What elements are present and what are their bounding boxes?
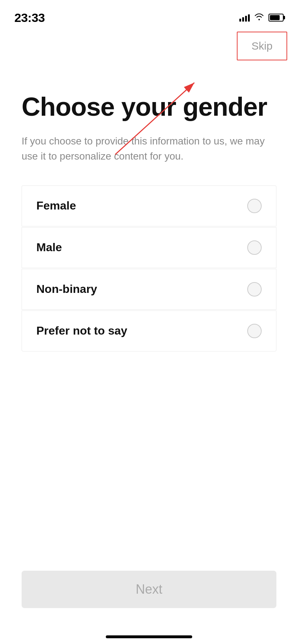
signal-icon [239,14,250,22]
page-title: Choose your gender [22,93,276,121]
page-subtitle: If you choose to provide this informatio… [22,134,276,164]
option-female-radio[interactable] [247,199,262,213]
skip-label: Skip [252,40,272,52]
option-prefer-not-radio[interactable] [247,324,262,338]
option-nonbinary-radio[interactable] [247,282,262,296]
status-time: 23:33 [14,11,45,25]
status-bar: 23:33 [0,0,298,29]
option-prefer-not-label: Prefer not to say [36,324,127,337]
option-male-radio[interactable] [247,240,262,255]
battery-icon [268,14,284,22]
option-male-label: Male [36,241,62,254]
option-nonbinary[interactable]: Non-binary [22,269,276,310]
status-icons [239,13,284,23]
wifi-icon [254,13,264,23]
option-prefer-not[interactable]: Prefer not to say [22,310,276,351]
options-list: Female Male Non-binary Prefer not to say [22,185,276,351]
option-female-label: Female [36,199,76,212]
next-label: Next [136,582,162,597]
option-nonbinary-label: Non-binary [36,282,97,296]
option-male[interactable]: Male [22,227,276,268]
next-button[interactable]: Next [22,571,276,608]
home-indicator [106,635,192,638]
main-content: Choose your gender If you choose to prov… [0,29,298,351]
skip-button[interactable]: Skip [237,32,287,60]
option-female[interactable]: Female [22,185,276,226]
